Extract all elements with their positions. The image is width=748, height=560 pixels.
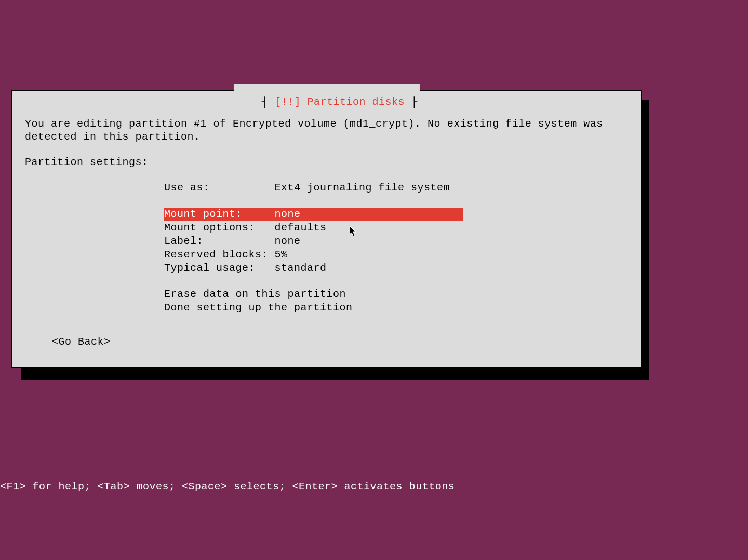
setting-mount-options[interactable]: Mount options: defaults <box>164 221 629 235</box>
dialog-title: ┤ [!!] Partition disks ├ <box>234 84 420 120</box>
section-label: Partition settings: <box>25 156 629 169</box>
setting-mount-point[interactable]: Mount point: none <box>164 208 463 221</box>
setting-typical-usage[interactable]: Typical usage: standard <box>164 262 629 275</box>
setting-reserved-blocks[interactable]: Reserved blocks: 5% <box>164 248 629 262</box>
intro-text: You are editing partition #1 of Encrypte… <box>25 117 629 143</box>
actions-list: Erase data on this partition Done settin… <box>164 288 629 315</box>
action-done[interactable]: Done setting up the partition <box>164 301 629 315</box>
go-back-button[interactable]: <Go Back> <box>52 336 111 348</box>
setting-use-as[interactable]: Use as: Ext4 journaling file system <box>164 181 629 195</box>
dialog-content: You are editing partition #1 of Encrypte… <box>25 117 629 315</box>
help-bar: <F1> for help; <Tab> moves; <Space> sele… <box>0 481 455 493</box>
setting-label[interactable]: Label: none <box>164 235 629 248</box>
partition-dialog: ┤ [!!] Partition disks ├ You are editing… <box>11 90 642 368</box>
settings-list: Use as: Ext4 journaling file system Moun… <box>164 181 629 275</box>
action-erase[interactable]: Erase data on this partition <box>164 288 629 301</box>
